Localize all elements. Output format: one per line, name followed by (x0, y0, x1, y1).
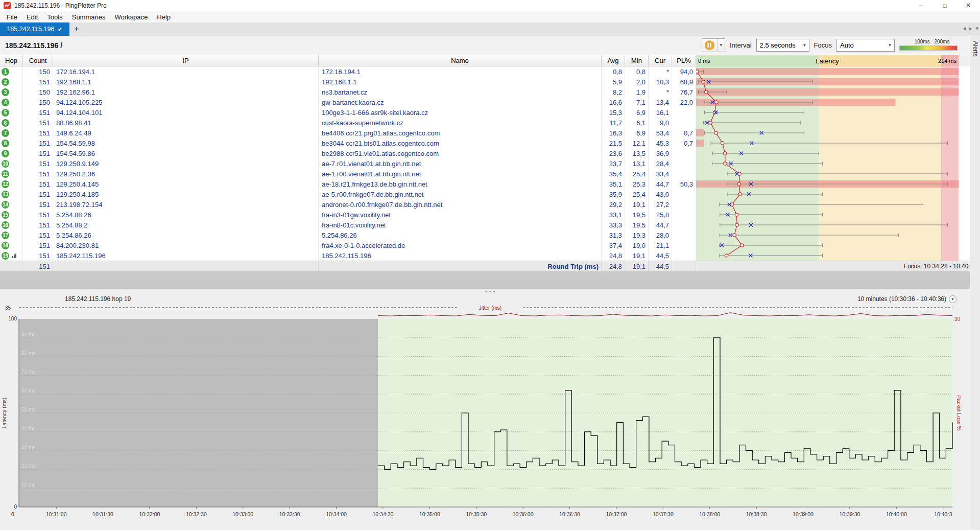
column-header-latency[interactable]: 0 ms Latency 214 ms (696, 55, 959, 66)
ip-cell: 192.162.96.1 (53, 87, 319, 97)
time-range-selector[interactable]: 10 minutes (10:30:36 - 10:40:36) (857, 295, 946, 303)
cur-cell: * (649, 66, 672, 77)
summary-avg: 24,8 (602, 261, 625, 271)
packet-loss-cell (672, 210, 696, 220)
cur-cell: 21,1 (649, 240, 672, 250)
ip-cell: 185.242.115.196 (53, 250, 319, 261)
name-cell: 172.16.194.1 (319, 66, 602, 77)
column-header-ip[interactable]: IP (53, 55, 319, 66)
chevron-down-icon[interactable]: ▼ (949, 295, 957, 303)
count-cell: 151 (23, 107, 53, 118)
svg-text:10:34:30: 10:34:30 (372, 511, 393, 517)
count-cell: 151 (23, 199, 53, 210)
column-header-count[interactable]: Count (23, 55, 53, 66)
menu-item-summaries[interactable]: Summaries (67, 13, 110, 21)
svg-text:Latency (ms): Latency (ms) (1, 398, 7, 429)
ip-cell: 129.250.4.185 (53, 189, 319, 199)
scroll-right-icon[interactable]: ▸ (969, 25, 972, 32)
pause-button[interactable]: ▼ (702, 38, 725, 52)
min-cell: 2,0 (625, 77, 649, 87)
packet-loss-cell: 68,9 (672, 77, 696, 87)
trace-table-body: 1150172.16.194.1172.16.194.10,80,8*94,02… (0, 66, 980, 261)
new-tab-button[interactable]: + (69, 22, 84, 36)
minimize-button[interactable]: ─ (910, 0, 933, 11)
alerts-side-tab[interactable]: Alerts (970, 36, 980, 530)
target-tab[interactable]: 185.242.115.196 ✔ (0, 22, 69, 36)
hop-badge: 9 (2, 150, 9, 157)
column-header-pl[interactable]: PL% (672, 55, 696, 66)
avg-cell: 33,1 (602, 210, 625, 220)
packet-loss-cell: 50,3 (672, 179, 696, 189)
maximize-button[interactable]: □ (933, 0, 957, 11)
hop-latency-graph[interactable] (696, 66, 959, 261)
graph-title: 185.242.115.196 hop 19 (65, 295, 131, 303)
packet-loss-cell: 0,7 (672, 138, 696, 148)
count-cell: 151 (23, 169, 53, 179)
latency-time-chart[interactable]: 10 ms20 ms30 ms40 ms50 ms60 ms70 ms80 ms… (0, 305, 980, 530)
svg-text:10:38:30: 10:38:30 (746, 511, 767, 517)
min-cell: 19,1 (625, 199, 649, 210)
interval-select[interactable]: 2,5 seconds ▼ (756, 39, 809, 52)
cur-cell: 45,3 (649, 138, 672, 148)
ip-cell: 149.6.24.49 (53, 128, 319, 138)
cur-cell: 43,0 (649, 189, 672, 199)
menu-item-help[interactable]: Help (152, 13, 175, 21)
chevron-down-icon[interactable]: ▾ (975, 25, 978, 32)
hop-cell: 6 (0, 118, 23, 128)
latency-color-legend: 100ms 200ms (899, 38, 958, 53)
round-trip-summary-row: 151 Round Trip (ms) 24,8 19,1 44,5 Focus… (0, 261, 980, 271)
hop-badge: 16 (2, 221, 9, 229)
avg-cell: 21,5 (602, 138, 625, 148)
column-header-name[interactable]: Name (319, 55, 602, 66)
svg-text:10:34:00: 10:34:00 (326, 511, 347, 517)
hop-badge: 3 (2, 88, 9, 96)
svg-text:35: 35 (5, 305, 11, 311)
menu-bar: FileEditToolsSummariesWorkspaceHelp (0, 11, 980, 22)
svg-text:40 ms: 40 ms (21, 426, 35, 431)
avg-cell: 24,8 (602, 250, 625, 261)
hop-cell: 19 (0, 250, 23, 261)
min-cell: 13,5 (625, 148, 649, 158)
splitter-handle[interactable] (485, 291, 495, 292)
column-header-hop[interactable]: Hop (0, 55, 23, 66)
count-cell: 151 (23, 250, 53, 261)
hop-cell: 11 (0, 169, 23, 179)
avg-cell: 0,8 (602, 66, 625, 77)
min-cell: 25,3 (625, 179, 649, 189)
column-header-avg[interactable]: Avg (602, 55, 625, 66)
svg-text:10:37:00: 10:37:00 (606, 511, 627, 517)
cur-cell: 44,5 (649, 250, 672, 261)
ip-cell: 154.54.59.86 (53, 148, 319, 158)
menu-item-edit[interactable]: Edit (22, 13, 42, 21)
packet-loss-cell (672, 169, 696, 179)
scroll-left-icon[interactable]: ◂ (963, 25, 966, 32)
hop-badge: 19 (2, 252, 9, 260)
name-cell: 100ge3-1-1-666.asr9k-sitel.kaora.cz (319, 107, 602, 118)
cur-cell: 33,4 (649, 169, 672, 179)
packet-loss-cell (672, 240, 696, 250)
packet-loss-cell: 0,7 (672, 128, 696, 138)
menu-item-workspace[interactable]: Workspace (110, 13, 152, 21)
svg-text:10:40:3: 10:40:3 (934, 511, 952, 517)
close-button[interactable]: ✕ (957, 0, 980, 11)
hop-cell: 12 (0, 179, 23, 189)
name-cell: fra-in3-01gw.voxility.net (319, 210, 602, 220)
svg-text:10:39:30: 10:39:30 (839, 511, 860, 517)
min-cell: 25,4 (625, 169, 649, 179)
pause-dropdown-icon[interactable]: ▼ (717, 39, 725, 52)
hop-badge: 12 (2, 180, 9, 188)
svg-text:Packet Loss %: Packet Loss % (956, 395, 962, 430)
focus-select[interactable]: Auto ▼ (836, 39, 895, 52)
panel-divider (0, 271, 980, 289)
packet-loss-cell (672, 107, 696, 118)
alerts-label: Alerts (972, 41, 979, 530)
svg-text:10:36:00: 10:36:00 (513, 511, 534, 517)
min-cell: 19,3 (625, 230, 649, 240)
menu-item-file[interactable]: File (2, 13, 22, 21)
column-header-cur[interactable]: Cur (649, 55, 672, 66)
count-cell: 151 (23, 77, 53, 87)
column-header-min[interactable]: Min (625, 55, 649, 66)
menu-item-tools[interactable]: Tools (42, 13, 67, 21)
title-bar: 185.242.115.196 - PingPlotter Pro ─ □ ✕ (0, 0, 980, 11)
svg-text:10:32:30: 10:32:30 (186, 511, 207, 517)
